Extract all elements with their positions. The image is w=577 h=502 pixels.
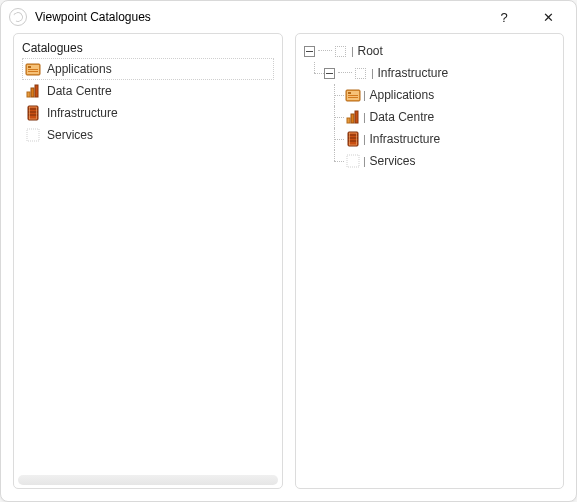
dialog-window: Viewpoint Catalogues ? ✕ Catalogues Appl… — [0, 0, 577, 502]
tree-connector — [318, 50, 332, 52]
collapse-icon[interactable] — [304, 46, 315, 57]
applications-icon — [25, 61, 41, 77]
catalogue-label: Data Centre — [47, 84, 112, 98]
tree-pane: | Root | Infrastructure | — [295, 33, 565, 489]
data-centre-icon — [345, 109, 361, 125]
applications-icon — [345, 87, 361, 103]
tree-node-infrastructure[interactable]: | Infrastructure — [304, 62, 556, 84]
catalogue-label: Applications — [47, 62, 112, 76]
horizontal-scrollbar[interactable] — [18, 475, 278, 485]
tree-label: Services — [368, 154, 416, 168]
app-icon — [9, 8, 27, 26]
catalogue-item-infrastructure[interactable]: Infrastructure — [22, 102, 274, 124]
catalogues-header: Catalogues — [22, 41, 274, 55]
collapse-icon[interactable] — [324, 68, 335, 79]
node-placeholder-icon — [355, 68, 366, 79]
tree-label: Infrastructure — [376, 66, 449, 80]
tree-label: Root — [356, 44, 383, 58]
catalogues-list: Applications Data Centre Infrastructure … — [22, 58, 274, 146]
tree-view: | Root | Infrastructure | — [296, 34, 564, 488]
infrastructure-icon — [345, 131, 361, 147]
tree-node-services[interactable]: | Services — [304, 150, 556, 172]
blank-icon — [25, 127, 41, 143]
tree-node-infrastructure-leaf[interactable]: | Infrastructure — [304, 128, 556, 150]
tree-node-applications[interactable]: | Applications — [304, 84, 556, 106]
infrastructure-icon — [25, 105, 41, 121]
tree-label: Applications — [368, 88, 435, 102]
tree-connector — [338, 72, 352, 74]
data-centre-icon — [25, 83, 41, 99]
catalogue-label: Infrastructure — [47, 106, 118, 120]
content-area: Catalogues Applications Data Centre Infr… — [1, 33, 576, 501]
catalogue-label: Services — [47, 128, 93, 142]
catalogue-item-data-centre[interactable]: Data Centre — [22, 80, 274, 102]
catalogue-item-services[interactable]: Services — [22, 124, 274, 146]
catalogue-item-applications[interactable]: Applications — [22, 58, 274, 80]
blank-icon — [345, 153, 361, 169]
tree-node-root[interactable]: | Root — [304, 40, 556, 62]
close-button[interactable]: ✕ — [526, 2, 570, 32]
tree-node-data-centre[interactable]: | Data Centre — [304, 106, 556, 128]
window-title: Viewpoint Catalogues — [35, 10, 151, 24]
help-button[interactable]: ? — [482, 2, 526, 32]
tree-label: Infrastructure — [368, 132, 441, 146]
node-placeholder-icon — [335, 46, 346, 57]
help-icon: ? — [500, 11, 507, 24]
catalogues-pane: Catalogues Applications Data Centre Infr… — [13, 33, 283, 489]
tree-label: Data Centre — [368, 110, 435, 124]
title-bar: Viewpoint Catalogues ? ✕ — [1, 1, 576, 33]
close-icon: ✕ — [543, 11, 554, 24]
